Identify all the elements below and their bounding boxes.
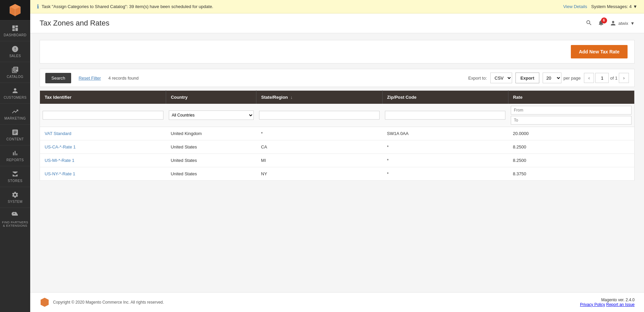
per-page-select[interactable]: 20 50 100 <box>543 73 561 83</box>
col-state-region-label: State/Region <box>261 95 288 100</box>
privacy-policy-link[interactable]: Privacy Policy <box>580 302 605 307</box>
sidebar-item-reports[interactable]: REPORTS <box>0 145 30 166</box>
report-issue-link[interactable]: Report an Issue <box>606 302 635 307</box>
search-button[interactable]: Search <box>45 73 71 83</box>
filter-state-region-cell <box>256 104 382 127</box>
notification-bar: ℹ Task "Assign Categories to Shared Cata… <box>30 0 644 13</box>
filter-rate-from-input[interactable] <box>511 106 632 115</box>
info-icon: ℹ <box>37 3 39 10</box>
col-rate: Rate <box>508 91 634 104</box>
search-icon[interactable] <box>586 19 592 27</box>
toolbar-right: Export to: CSV Export 20 50 100 per page <box>468 73 629 83</box>
col-country: Country <box>166 91 256 104</box>
col-state-region[interactable]: State/Region ↓ <box>256 91 382 104</box>
sidebar-item-catalog-label: CATALOG <box>7 75 23 79</box>
sidebar-item-stores-label: STORES <box>8 179 22 183</box>
tax-identifier-link[interactable]: US-MI-*-Rate 1 <box>45 158 75 163</box>
cell-state-region: * <box>256 127 382 140</box>
col-country-label: Country <box>171 95 188 100</box>
cell-rate: 8.3750 <box>508 167 634 181</box>
system-messages-label: System Messages: 4 <box>591 4 632 9</box>
tax-identifier-link[interactable]: US-NY-*-Rate 1 <box>45 171 75 176</box>
col-tax-identifier: Tax Identifier <box>40 91 166 104</box>
sidebar: DASHBOARD SALES CATALOG CUSTOMERS MARKET… <box>0 0 30 312</box>
sidebar-logo[interactable] <box>0 0 30 20</box>
add-new-tax-rate-button[interactable]: Add New Tax Rate <box>571 45 628 58</box>
tax-identifier-link[interactable]: VAT Standard <box>45 131 71 136</box>
cell-rate: 20.0000 <box>508 127 634 140</box>
cell-rate: 8.2500 <box>508 154 634 167</box>
sidebar-item-find-partners[interactable]: FIND PARTNERS & EXTENSIONS <box>0 208 30 231</box>
per-page-label: per page <box>563 76 581 81</box>
page-number-input[interactable] <box>595 73 609 83</box>
cell-country: United States <box>166 140 256 154</box>
export-format-select[interactable]: CSV <box>490 73 512 83</box>
sidebar-item-customers-label: CUSTOMERS <box>4 96 27 99</box>
filter-tax-identifier-input[interactable] <box>43 111 163 120</box>
data-table: Tax Identifier Country State/Region ↓ Zi… <box>40 90 635 181</box>
filter-tax-identifier-cell <box>40 104 166 127</box>
sidebar-item-stores[interactable]: STORES <box>0 166 30 187</box>
rate-filter-wrap <box>511 106 632 125</box>
col-rate-label: Rate <box>513 95 523 100</box>
filter-state-region-input[interactable] <box>259 111 380 120</box>
main-content: ℹ Task "Assign Categories to Shared Cata… <box>30 0 644 312</box>
cell-tax-identifier: US-CA-*-Rate 1 <box>40 140 166 154</box>
page-footer: Copyright © 2020 Magento Commerce Inc. A… <box>30 292 644 312</box>
col-tax-identifier-label: Tax Identifier <box>45 95 71 100</box>
sidebar-item-sales-label: SALES <box>9 54 21 58</box>
user-menu[interactable]: atwix ▼ <box>610 20 635 27</box>
footer-links: Privacy Policy Report an Issue <box>580 302 635 307</box>
table-body: VAT StandardUnited Kingdom*SW1A 0AA20.00… <box>40 127 635 181</box>
footer-logo-icon <box>40 297 50 307</box>
page-title: Tax Zones and Rates <box>40 19 109 28</box>
notification-message: Task "Assign Categories to Shared Catalo… <box>42 4 213 9</box>
action-bar: Add New Tax Rate <box>40 40 635 63</box>
sidebar-item-system-label: SYSTEM <box>8 200 22 204</box>
next-page-button[interactable]: › <box>619 73 629 83</box>
table-row: VAT StandardUnited Kingdom*SW1A 0AA20.00… <box>40 127 635 140</box>
cell-tax-identifier: US-NY-*-Rate 1 <box>40 167 166 181</box>
col-zip-post-code-label: Zip/Post Code <box>387 95 416 100</box>
cell-tax-identifier: VAT Standard <box>40 127 166 140</box>
reset-filter-button[interactable]: Reset Filter <box>75 73 105 83</box>
footer-version-number: ver. 2.4.0 <box>618 298 635 302</box>
sidebar-item-find-partners-label: FIND PARTNERS & EXTENSIONS <box>1 221 29 227</box>
footer-copyright: Copyright © 2020 Magento Commerce Inc. A… <box>53 300 164 305</box>
cell-country: United Kingdom <box>166 127 256 140</box>
cell-country: United States <box>166 154 256 167</box>
sidebar-item-system[interactable]: SYSTEM <box>0 187 30 208</box>
export-label: Export to: <box>468 76 487 81</box>
sidebar-item-content-label: CONTENT <box>6 137 24 141</box>
filter-zip-cell <box>382 104 508 127</box>
filter-country-cell: All Countries United Kingdom United Stat… <box>166 104 256 127</box>
table-header-row: Tax Identifier Country State/Region ↓ Zi… <box>40 91 635 104</box>
sidebar-item-customers[interactable]: CUSTOMERS <box>0 83 30 103</box>
table-row: US-MI-*-Rate 1United StatesMI*8.2500 <box>40 154 635 167</box>
filter-country-select[interactable]: All Countries United Kingdom United Stat… <box>169 110 254 120</box>
sidebar-item-marketing[interactable]: MARKETING <box>0 103 30 124</box>
table-row: US-NY-*-Rate 1United StatesNY*8.3750 <box>40 167 635 181</box>
footer-version-label: Magento <box>601 298 617 302</box>
filter-rate-to-input[interactable] <box>511 116 632 125</box>
tax-identifier-link[interactable]: US-CA-*-Rate 1 <box>45 144 76 149</box>
footer-left: Copyright © 2020 Magento Commerce Inc. A… <box>40 297 164 307</box>
bell-wrapper[interactable]: 6 <box>598 19 604 27</box>
table-row: US-CA-*-Rate 1United StatesCA*8.2500 <box>40 140 635 154</box>
system-messages[interactable]: System Messages: 4 ▼ <box>591 4 637 9</box>
filter-row: All Countries United Kingdom United Stat… <box>40 104 635 127</box>
cell-zip-post-code: * <box>382 140 508 154</box>
cell-tax-identifier: US-MI-*-Rate 1 <box>40 154 166 167</box>
export-button[interactable]: Export <box>515 73 539 83</box>
sidebar-item-dashboard[interactable]: DASHBOARD <box>0 20 30 41</box>
page-of-label: of 1 <box>610 76 617 81</box>
sidebar-item-content[interactable]: CONTENT <box>0 124 30 145</box>
sidebar-item-catalog[interactable]: CATALOG <box>0 62 30 83</box>
export-select-wrap: CSV <box>490 73 512 83</box>
footer-right: Magento ver. 2.4.0 Privacy Policy Report… <box>580 298 635 307</box>
sidebar-item-sales[interactable]: SALES <box>0 41 30 62</box>
view-details-link[interactable]: View Details <box>563 4 587 9</box>
prev-page-button[interactable]: ‹ <box>584 73 594 83</box>
filter-zip-input[interactable] <box>385 111 505 120</box>
filter-rate-cell <box>508 104 634 127</box>
